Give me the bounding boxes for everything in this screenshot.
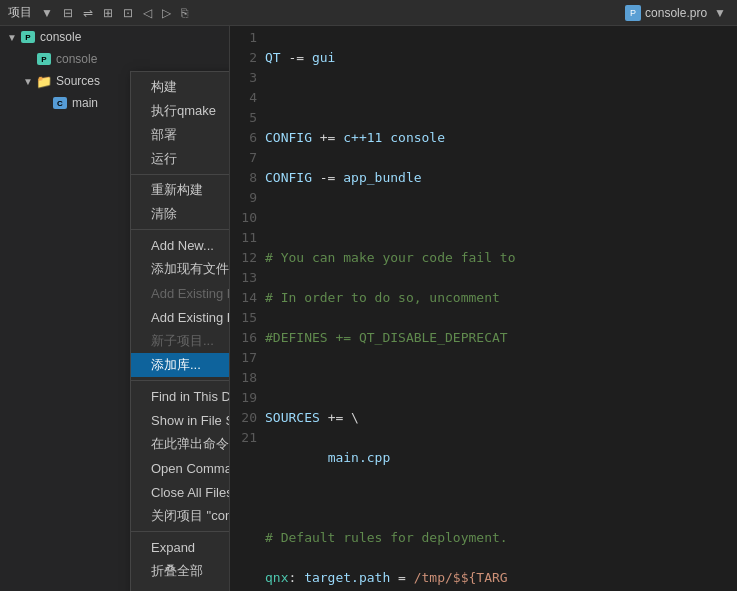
menu-label-qmake: 执行qmake — [151, 102, 216, 120]
menu-label-rebuild: 重新构建 — [151, 181, 203, 199]
tree-label-main: main — [72, 96, 98, 110]
code-line-1: QT -= gui — [265, 48, 737, 68]
separator-3 — [131, 380, 230, 381]
tree-label-pro: console — [56, 52, 97, 66]
tree-item-console[interactable]: ▼ P console — [0, 26, 229, 48]
menu-label-add-existing-dir: Add Existing Directory... — [151, 310, 230, 325]
menu-item-rebuild[interactable]: 重新构建 — [131, 178, 230, 202]
tree-label-sources: Sources — [56, 74, 100, 88]
close-tab-icon[interactable]: ▼ — [711, 4, 729, 22]
menu-label-add-library: 添加库... — [151, 356, 201, 374]
code-line-7: # In order to do so, uncomment — [265, 288, 737, 308]
menu-item-close-project[interactable]: 关闭项目 "console" — [131, 504, 230, 528]
line-numbers: 1 2 3 4 5 6 7 8 9 10 11 12 13 14 15 16 1… — [230, 26, 265, 448]
cpp-file-icon: C — [52, 96, 68, 110]
code-line-8: #DEFINES += QT_DISABLE_DEPRECAT — [265, 328, 737, 348]
code-line-14: qnx: target.path = /tmp/$${TARG — [265, 568, 737, 588]
menu-item-new-subproject: 新子项目... — [131, 329, 230, 353]
separator-1 — [131, 174, 230, 175]
menu-item-find-directory[interactable]: Find in This Directory... — [131, 384, 230, 408]
separator-2 — [131, 229, 230, 230]
menu-item-cmd-prompt[interactable]: 在此弹出命令提示 — [131, 432, 230, 456]
file-type-icon: P — [625, 5, 641, 21]
menu-item-add-existing-dir[interactable]: Add Existing Directory... — [131, 305, 230, 329]
menu-label-close-project: 关闭项目 "console" — [151, 507, 230, 525]
tree-item-console-pro[interactable]: P console — [0, 48, 229, 70]
link-icon[interactable]: ⇌ — [80, 4, 96, 22]
code-line-2 — [265, 88, 737, 108]
menu-label-new-subproject: 新子项目... — [151, 332, 214, 350]
menu-label-collapse-all: 折叠全部 — [151, 562, 203, 580]
menu-item-collapse-all[interactable]: 折叠全部 — [131, 559, 230, 583]
dropdown-icon[interactable]: ▼ — [38, 4, 56, 22]
code-content: QT -= gui CONFIG += c++11 console CONFIG… — [265, 28, 737, 591]
title-bar: 项目 ▼ ⊟ ⇌ ⊞ ⊡ ◁ ▷ ⎘ P console.pro ▼ — [0, 0, 737, 26]
menu-item-expand-all[interactable]: Expand All — [131, 583, 230, 591]
sidebar: ▼ P console P console ▼ 📁 Sources C — [0, 26, 230, 591]
menu-label-build: 构建 — [151, 78, 177, 96]
back-icon[interactable]: ◁ — [140, 4, 155, 22]
menu-item-add-existing-file[interactable]: 添加现有文件... — [131, 257, 230, 281]
main-layout: ▼ P console P console ▼ 📁 Sources C — [0, 26, 737, 591]
pro-file-icon: P — [36, 52, 52, 66]
menu-label-run: 运行 — [151, 150, 177, 168]
menu-item-build[interactable]: 构建 — [131, 75, 230, 99]
toolbar-icons: ▼ ⊟ ⇌ ⊞ ⊡ ◁ ▷ ⎘ — [38, 4, 191, 22]
sources-arrow: ▼ — [20, 76, 36, 87]
project-label: 项目 — [8, 4, 32, 21]
menu-label-add-existing-projects: Add Existing Projects... — [151, 286, 230, 301]
code-line-4: CONFIG -= app_bundle — [265, 168, 737, 188]
menu-item-run[interactable]: 运行 ▶ — [131, 147, 230, 171]
menu-label-deploy: 部署 — [151, 126, 177, 144]
menu-item-show-filesystem[interactable]: Show in File System View — [131, 408, 230, 432]
code-line-13: # Default rules for deployment. — [265, 528, 737, 548]
code-line-3: CONFIG += c++11 console — [265, 128, 737, 148]
menu-item-add-library[interactable]: 添加库... — [131, 353, 230, 377]
menu-label-find-directory: Find in This Directory... — [151, 389, 230, 404]
code-line-5 — [265, 208, 737, 228]
filter-icon[interactable]: ⊟ — [60, 4, 76, 22]
folder-icon-sources: 📁 — [36, 74, 52, 88]
menu-item-clean[interactable]: 清除 — [131, 202, 230, 226]
copy-icon[interactable]: ⎘ — [178, 4, 191, 22]
menu-label-cmd-prompt: 在此弹出命令提示 — [151, 435, 230, 453]
menu-label-close-all-files: Close All Files in Project "console" — [151, 485, 230, 500]
context-menu: 构建 执行qmake 部署 运行 ▶ 重新构建 清除 Add New... — [130, 71, 230, 591]
title-bar-left: 项目 ▼ ⊟ ⇌ ⊞ ⊡ ◁ ▷ ⎘ — [8, 4, 625, 22]
menu-item-qmake[interactable]: 执行qmake — [131, 99, 230, 123]
menu-item-close-all-files[interactable]: Close All Files in Project "console" — [131, 480, 230, 504]
menu-item-add-existing-projects: Add Existing Projects... — [131, 281, 230, 305]
menu-label-open-cmd-with: Open Command Prompt With — [151, 461, 230, 476]
code-line-6: # You can make your code fail to — [265, 248, 737, 268]
menu-item-expand[interactable]: Expand — [131, 535, 230, 559]
forward-icon[interactable]: ▷ — [159, 4, 174, 22]
menu-label-expand-all: Expand All — [151, 588, 212, 592]
menu-label-clean: 清除 — [151, 205, 177, 223]
expand-arrow: ▼ — [4, 32, 20, 43]
code-line-10: SOURCES += \ — [265, 408, 737, 428]
menu-label-add-new: Add New... — [151, 238, 214, 253]
sync-icon[interactable]: ⊡ — [120, 4, 136, 22]
grid-icon[interactable]: ⊞ — [100, 4, 116, 22]
console-icon: P — [20, 30, 36, 44]
menu-label-expand: Expand — [151, 540, 195, 555]
code-line-11: main.cpp — [265, 448, 737, 468]
title-bar-right: P console.pro ▼ — [625, 4, 729, 22]
menu-label-add-existing-file: 添加现有文件... — [151, 260, 230, 278]
menu-item-deploy[interactable]: 部署 — [131, 123, 230, 147]
menu-label-show-filesystem: Show in File System View — [151, 413, 230, 428]
menu-item-add-new[interactable]: Add New... — [131, 233, 230, 257]
editor-area: 1 2 3 4 5 6 7 8 9 10 11 12 13 14 15 16 1… — [230, 26, 737, 591]
code-line-9 — [265, 368, 737, 388]
separator-4 — [131, 531, 230, 532]
menu-item-open-cmd-with[interactable]: Open Command Prompt With ▶ — [131, 456, 230, 480]
file-name: console.pro — [645, 6, 707, 20]
code-line-12 — [265, 488, 737, 508]
tree-label-console: console — [40, 30, 81, 44]
